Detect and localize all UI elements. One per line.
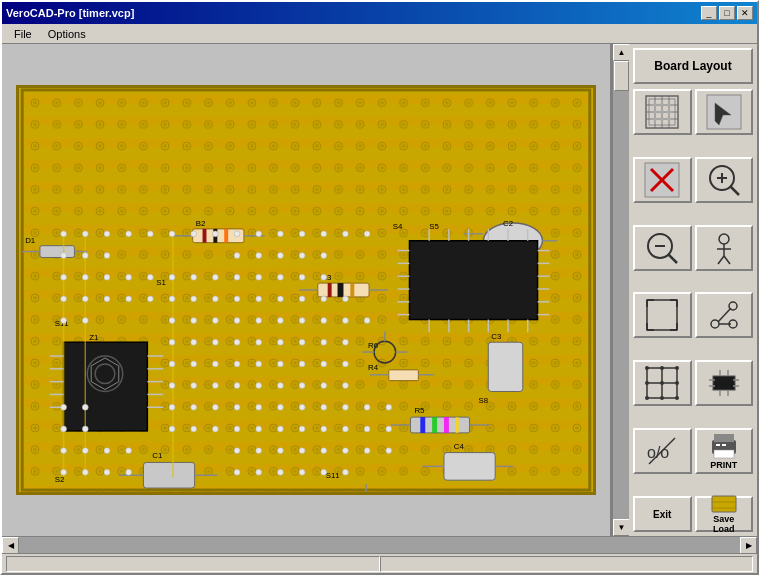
- svg-rect-76: [409, 241, 537, 320]
- scroll-track-horizontal[interactable]: [19, 537, 740, 554]
- svg-point-314: [675, 396, 679, 400]
- svg-point-171: [191, 318, 197, 324]
- svg-point-312: [645, 396, 649, 400]
- svg-point-245: [61, 469, 67, 475]
- window-title: VeroCAD-Pro [timer.vcp]: [6, 7, 134, 19]
- ratio-tool-button[interactable]: o/o: [633, 428, 692, 474]
- svg-rect-13: [224, 229, 228, 243]
- svg-point-165: [299, 296, 305, 302]
- svg-point-163: [256, 296, 262, 302]
- svg-point-205: [321, 383, 327, 389]
- component-tool-button[interactable]: [695, 360, 754, 406]
- svg-point-236: [126, 448, 132, 454]
- board-layout-button[interactable]: Board Layout: [633, 48, 753, 84]
- svg-point-118: [61, 231, 67, 237]
- svg-point-168: [61, 318, 67, 324]
- svg-point-138: [277, 253, 283, 259]
- svg-point-209: [169, 404, 175, 410]
- scroll-right-button[interactable]: ▶: [740, 537, 757, 554]
- grid-tool-button[interactable]: [633, 360, 692, 406]
- svg-point-218: [364, 404, 370, 410]
- svg-rect-331: [712, 496, 736, 512]
- svg-point-132: [364, 231, 370, 237]
- svg-point-183: [234, 339, 240, 345]
- svg-point-131: [342, 231, 348, 237]
- svg-point-186: [299, 339, 305, 345]
- zoom-out-button[interactable]: [633, 225, 692, 271]
- vertical-scrollbar[interactable]: ▲ ▼: [612, 44, 629, 536]
- exit-button[interactable]: Exit: [633, 496, 692, 532]
- svg-point-125: [212, 231, 218, 237]
- svg-point-195: [299, 361, 305, 367]
- svg-point-199: [191, 383, 197, 389]
- print-button[interactable]: PRINT: [695, 428, 754, 474]
- svg-point-151: [277, 274, 283, 280]
- svg-point-149: [234, 274, 240, 280]
- svg-point-239: [277, 448, 283, 454]
- svg-point-150: [256, 274, 262, 280]
- svg-point-123: [169, 231, 175, 237]
- svg-point-249: [234, 469, 240, 475]
- svg-point-284: [719, 234, 729, 244]
- svg-point-134: [82, 253, 88, 259]
- svg-point-215: [299, 404, 305, 410]
- svg-point-233: [61, 448, 67, 454]
- close-button[interactable]: ✕: [737, 6, 753, 20]
- canvas-area: D1 B2 S1: [2, 44, 612, 536]
- place-tool-button[interactable]: [695, 89, 754, 135]
- svg-point-157: [126, 296, 132, 302]
- svg-point-126: [234, 231, 240, 237]
- svg-point-208: [82, 404, 88, 410]
- svg-point-241: [321, 448, 327, 454]
- svg-point-159: [169, 296, 175, 302]
- svg-point-173: [234, 318, 240, 324]
- scroll-left-button[interactable]: ◀: [2, 537, 19, 554]
- svg-text:B2: B2: [196, 219, 206, 228]
- svg-text:C1: C1: [152, 451, 162, 460]
- svg-point-129: [299, 231, 305, 237]
- svg-point-270: [660, 117, 664, 121]
- delete-tool-button[interactable]: [633, 157, 692, 203]
- horizontal-scrollbar[interactable]: ◀ ▶: [2, 536, 757, 553]
- route-tool-button[interactable]: [695, 292, 754, 338]
- svg-point-190: [191, 361, 197, 367]
- svg-point-311: [675, 381, 679, 385]
- maximize-button[interactable]: □: [719, 6, 735, 20]
- svg-point-265: [667, 103, 671, 107]
- svg-text:R5: R5: [414, 406, 425, 415]
- main-area: D1 B2 S1: [2, 44, 757, 553]
- pcb-tool-button[interactable]: [633, 89, 692, 135]
- minimize-button[interactable]: _: [701, 6, 717, 20]
- svg-point-204: [299, 383, 305, 389]
- svg-text:S1: S1: [156, 278, 166, 287]
- veroboard[interactable]: D1 B2 S1: [16, 85, 596, 495]
- expand-tool-button[interactable]: [633, 292, 692, 338]
- menu-options[interactable]: Options: [40, 26, 94, 42]
- scroll-track-vertical[interactable]: [613, 61, 629, 519]
- svg-point-192: [234, 361, 240, 367]
- svg-point-144: [126, 274, 132, 280]
- svg-point-226: [256, 426, 262, 432]
- scroll-up-button[interactable]: ▲: [613, 44, 630, 61]
- svg-point-264: [660, 103, 664, 107]
- zoom-in-button[interactable]: [695, 157, 754, 203]
- svg-point-229: [321, 426, 327, 432]
- svg-point-160: [191, 296, 197, 302]
- svg-point-184: [256, 339, 262, 345]
- svg-point-187: [321, 339, 327, 345]
- svg-point-135: [104, 253, 110, 259]
- svg-point-219: [386, 404, 392, 410]
- svg-point-197: [342, 361, 348, 367]
- svg-point-162: [234, 296, 240, 302]
- svg-line-287: [718, 256, 724, 264]
- save-load-button[interactable]: SaveLoad: [695, 496, 754, 532]
- scroll-thumb-vertical[interactable]: [614, 61, 629, 91]
- svg-rect-42: [143, 462, 194, 488]
- svg-point-228: [299, 426, 305, 432]
- scroll-down-button[interactable]: ▼: [613, 519, 630, 536]
- svg-point-200: [212, 383, 218, 389]
- svg-point-307: [660, 366, 664, 370]
- person-tool-button[interactable]: [695, 225, 754, 271]
- menu-file[interactable]: File: [6, 26, 40, 42]
- svg-point-137: [256, 253, 262, 259]
